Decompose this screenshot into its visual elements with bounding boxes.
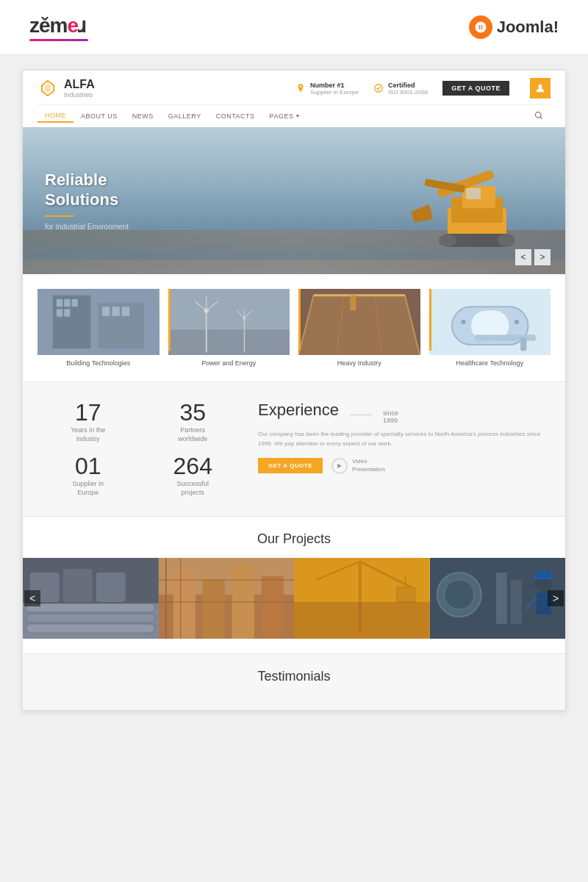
- stat-years-label: Years in theindustry: [45, 426, 132, 443]
- stat-partners: 35 Partnersworldwide: [150, 401, 237, 443]
- site-tagline: Industries: [64, 91, 95, 98]
- svg-rect-43: [350, 295, 356, 311]
- experience-description: Our company has been the leading provide…: [258, 430, 543, 449]
- svg-point-9: [439, 234, 456, 247]
- stats-section: 17 Years in theindustry 35 Partnersworld…: [23, 382, 565, 516]
- stat-partners-number: 35: [150, 401, 237, 424]
- stats-grid: 17 Years in theindustry 35 Partnersworld…: [45, 401, 236, 498]
- experience-content: Experience since1999 Our company has bee…: [236, 401, 543, 498]
- nav-home[interactable]: HOME: [37, 110, 74, 123]
- certified-info: Certified ISO 9001-2008: [373, 82, 428, 96]
- stat-years: 17 Years in theindustry: [45, 401, 132, 443]
- play-icon: ▶: [331, 458, 348, 474]
- stat-years-number: 17: [45, 401, 132, 424]
- svg-rect-20: [64, 309, 70, 316]
- search-icon[interactable]: [534, 111, 551, 122]
- user-tab[interactable]: [530, 78, 551, 98]
- svg-rect-19: [57, 309, 62, 316]
- nav-pages[interactable]: PAGES: [262, 110, 309, 122]
- category-heavy-label: Heavy Industry: [298, 359, 420, 367]
- project-item-1[interactable]: [23, 558, 159, 639]
- project-item-2[interactable]: [159, 558, 295, 639]
- svg-rect-47: [475, 335, 536, 341]
- svg-rect-54: [26, 614, 155, 623]
- joomla-logo[interactable]: Joomla!: [469, 15, 559, 39]
- alfa-logo-icon: [37, 78, 58, 98]
- svg-rect-62: [173, 573, 195, 639]
- joomla-icon: [469, 15, 492, 39]
- svg-point-49: [461, 320, 465, 324]
- svg-point-50: [514, 320, 518, 324]
- svg-rect-65: [261, 576, 283, 639]
- project-item-4[interactable]: [430, 558, 566, 639]
- svg-rect-23: [122, 306, 129, 315]
- projects-carousel-container: < >: [23, 558, 565, 639]
- get-quote-button[interactable]: GET A QUOTE: [442, 81, 509, 96]
- category-building[interactable]: Building Technologies: [37, 289, 159, 367]
- stat-partners-label: Partnersworldwide: [150, 426, 237, 443]
- svg-rect-53: [26, 603, 155, 612]
- site-preview: ALFA Industries Number #1 Supplier in Eu…: [22, 70, 566, 711]
- categories-section: Building Technologies: [23, 274, 565, 381]
- zemes-logo[interactable]: zěmeɹ: [29, 13, 88, 41]
- experience-quote-button[interactable]: GET A QUOTE: [258, 458, 323, 473]
- experience-actions: GET A QUOTE ▶ VideoPresentation: [258, 458, 543, 474]
- category-energy-label: Power and Energy: [168, 359, 290, 367]
- location-icon: [295, 83, 306, 93]
- site-info-bar: Number #1 Supplier in Europe Certified I…: [295, 78, 551, 98]
- nav-news[interactable]: NEWS: [125, 110, 161, 122]
- nav-contacts[interactable]: CONTACTS: [209, 110, 262, 122]
- site-header: ALFA Industries Number #1 Supplier in Eu…: [23, 71, 565, 127]
- brand-bar: zěmeɹ Joomla!: [0, 0, 588, 55]
- category-building-label: Building Technologies: [37, 359, 159, 367]
- svg-line-3: [540, 117, 542, 118]
- svg-rect-59: [96, 573, 126, 602]
- nav-gallery[interactable]: GALLERY: [161, 110, 209, 122]
- stat-supplier-number: 01: [45, 454, 132, 478]
- site-name: ALFA: [64, 78, 95, 90]
- video-presentation-button[interactable]: ▶ VideoPresentation: [331, 458, 385, 474]
- category-energy[interactable]: Power and Energy: [168, 289, 290, 367]
- hero-navigation: < >: [515, 249, 551, 265]
- stat-projects-number: 264: [150, 454, 237, 478]
- category-healthcare[interactable]: Healthcare Technology: [429, 289, 551, 367]
- projects-title: Our Projects: [23, 531, 565, 547]
- stat-projects: 264 Successfulprojects: [150, 454, 237, 497]
- svg-rect-21: [102, 306, 110, 315]
- svg-rect-71: [294, 602, 430, 639]
- projects-carousel: [23, 558, 565, 639]
- svg-marker-37: [298, 295, 420, 355]
- category-healthcare-label: Healthcare Technology: [429, 359, 551, 367]
- site-hero: ReliableSolutions for Industrial Environ…: [23, 127, 565, 274]
- svg-point-2: [536, 112, 542, 118]
- hero-prev-button[interactable]: <: [515, 249, 531, 265]
- svg-rect-22: [112, 306, 119, 315]
- svg-rect-55: [26, 624, 155, 633]
- since-label: since1999: [383, 409, 398, 424]
- nav-about[interactable]: ABOUT US: [74, 110, 125, 122]
- svg-rect-7: [466, 188, 481, 199]
- hero-accent-line: [45, 215, 74, 217]
- svg-point-10: [498, 234, 515, 247]
- svg-rect-86: [537, 571, 550, 578]
- user-icon: [535, 83, 545, 93]
- category-heavy[interactable]: Heavy Industry: [298, 289, 420, 367]
- svg-rect-58: [63, 569, 93, 602]
- site-nav: HOME ABOUT US NEWS GALLERY CONTACTS PAGE…: [37, 104, 551, 127]
- svg-rect-82: [495, 573, 506, 624]
- hero-next-button[interactable]: >: [534, 249, 551, 265]
- stat-projects-label: Successfulprojects: [150, 480, 237, 497]
- certificate-icon: [373, 83, 384, 93]
- project-item-3[interactable]: [294, 558, 430, 639]
- svg-point-1: [538, 85, 542, 88]
- stat-supplier: 01 Supplier inEurope: [45, 454, 132, 497]
- projects-next-button[interactable]: >: [548, 590, 564, 606]
- hero-subtitle: for Industrial Environment: [45, 223, 129, 231]
- stat-supplier-label: Supplier inEurope: [45, 480, 132, 497]
- site-logo[interactable]: ALFA Industries: [37, 78, 95, 98]
- projects-prev-button[interactable]: <: [24, 590, 40, 606]
- excavator-illustration: [389, 142, 543, 267]
- svg-point-81: [444, 580, 473, 609]
- testimonials-section: Testimonials: [23, 654, 565, 710]
- svg-rect-83: [510, 580, 521, 624]
